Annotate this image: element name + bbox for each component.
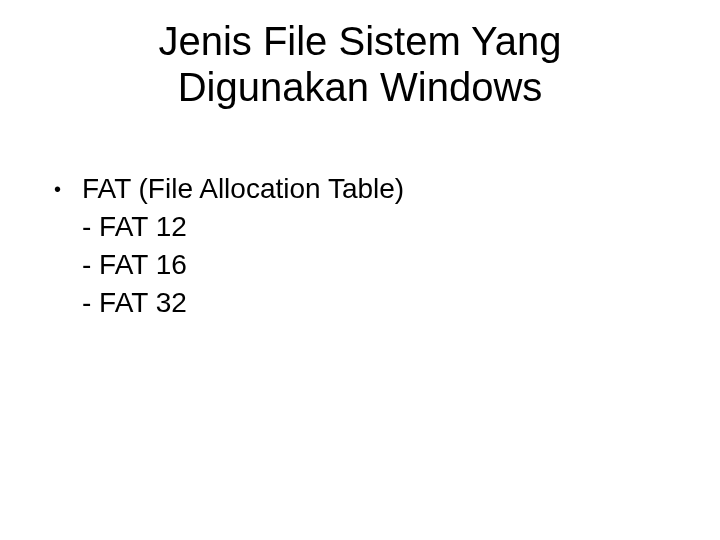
bullet-marker: • — [54, 170, 82, 208]
bullet-item: • FAT (File Allocation Table) — [54, 170, 666, 208]
title-line-2: Digunakan Windows — [0, 64, 720, 110]
slide: Jenis File Sistem Yang Digunakan Windows… — [0, 0, 720, 540]
sub-item-3: - FAT 32 — [54, 284, 666, 322]
slide-title: Jenis File Sistem Yang Digunakan Windows — [0, 18, 720, 110]
title-line-1: Jenis File Sistem Yang — [0, 18, 720, 64]
sub-item-1: - FAT 12 — [54, 208, 666, 246]
slide-body: • FAT (File Allocation Table) - FAT 12 -… — [54, 170, 666, 321]
bullet-text: FAT (File Allocation Table) — [82, 170, 666, 208]
sub-item-2: - FAT 16 — [54, 246, 666, 284]
